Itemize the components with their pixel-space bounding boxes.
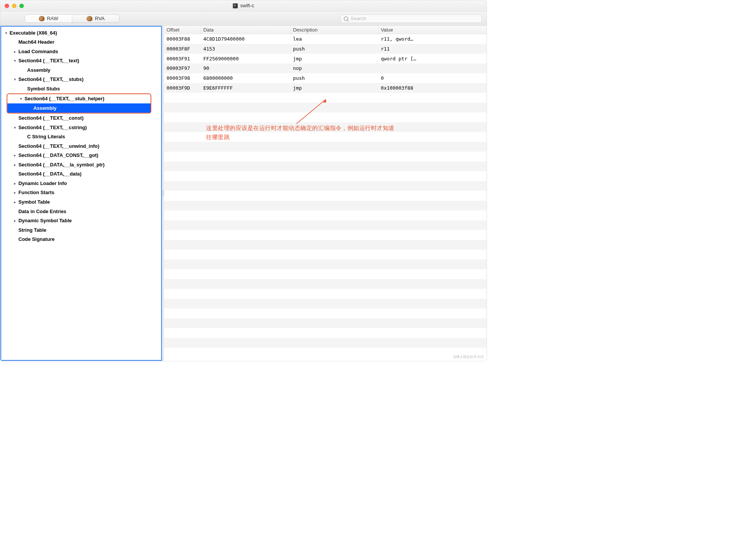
sidebar[interactable]: ▾ Executable (X86_64) ▸Mach64 Header▸Loa…: [0, 26, 162, 361]
sidebar-item-label: Section64 (__TEXT,__text): [18, 58, 79, 64]
close-icon[interactable]: [5, 3, 9, 8]
app-window: swift-c RAW RVA ▾ Executable (X86_64) ▸M…: [0, 0, 487, 361]
cell-data: 6800000000: [201, 75, 290, 81]
sidebar-item[interactable]: ▸Load Commands: [1, 47, 161, 56]
sidebar-item[interactable]: ▸C String Literals: [1, 132, 161, 142]
minimize-icon[interactable]: [12, 3, 17, 8]
sidebar-item[interactable]: ▾Section64 (__TEXT,__text): [1, 56, 161, 66]
cell-value: 0: [378, 75, 487, 81]
th-data[interactable]: Data: [201, 26, 290, 34]
table-row[interactable]: 00003F91FF2569000000jmpqword ptr […: [164, 54, 487, 63]
chevron-right-icon[interactable]: ▸: [13, 191, 17, 195]
cell-description: jmp: [290, 55, 331, 61]
table-row[interactable]: 00003F9790nop: [164, 63, 487, 73]
table-row: [164, 201, 487, 210]
sidebar-item[interactable]: ▸Section64 (__DATA_CONST,__got): [1, 151, 161, 160]
sidebar-item[interactable]: ▸Assembly: [7, 103, 151, 113]
sidebar-item-label: Assembly: [33, 105, 57, 111]
sidebar-item[interactable]: ▸Data in Code Entries: [1, 207, 161, 216]
sidebar-item-label: Section64 (__DATA_CONST,__got): [18, 153, 98, 158]
sidebar-item-label: Data in Code Entries: [18, 209, 66, 214]
th-description[interactable]: Description: [290, 26, 378, 34]
table-row: [164, 103, 487, 112]
table-row: [164, 122, 487, 132]
watermark: @稀土掘金技术社区: [453, 354, 484, 359]
cell-data: 4153: [201, 46, 290, 52]
sidebar-item-label: Load Commands: [18, 49, 58, 54]
sidebar-item[interactable]: ▸Section64 (__DATA,__data): [1, 169, 161, 179]
sidebar-item[interactable]: ▸Mach64 Header: [1, 38, 161, 47]
th-offset[interactable]: Offset: [164, 26, 201, 34]
sidebar-item[interactable]: ▸String Table: [1, 225, 161, 235]
sidebar-item[interactable]: ▸Assembly: [1, 65, 161, 75]
titlebar: swift-c: [0, 0, 487, 12]
sidebar-root[interactable]: ▾ Executable (X86_64): [1, 28, 161, 38]
table-row: [164, 152, 487, 161]
zoom-icon[interactable]: [19, 3, 24, 8]
main-panel: Offset Data Description Value 00003F884C…: [164, 26, 487, 361]
cell-data: FF2569000000: [201, 55, 290, 61]
terminal-icon: [233, 3, 238, 8]
table-row: [164, 142, 487, 152]
table-row[interactable]: 00003F986800000000push0: [164, 73, 487, 83]
window-traffic-lights: [5, 3, 24, 8]
table-row: [164, 161, 487, 171]
search-input[interactable]: [351, 16, 479, 21]
table-row: [164, 230, 487, 240]
sidebar-item[interactable]: ▸Dynamic Loader Info: [1, 179, 161, 188]
th-value[interactable]: Value: [378, 26, 487, 34]
sidebar-item-label: String Table: [18, 227, 46, 233]
table-body[interactable]: 00003F884C8D1D79400000lear11, qword…0000…: [164, 34, 487, 361]
sidebar-item[interactable]: ▾Section64 (__TEXT,__cstring): [1, 123, 161, 132]
table-row: [164, 308, 487, 318]
cow-icon: [87, 16, 92, 21]
toolbar: RAW RVA: [0, 11, 487, 25]
chevron-down-icon[interactable]: ▾: [13, 78, 17, 81]
table-row: [164, 338, 487, 348]
chevron-down-icon[interactable]: ▾: [13, 59, 17, 63]
sidebar-item-label: Symbol Table: [18, 199, 50, 205]
cell-offset: 00003F9D: [164, 85, 201, 91]
sidebar-item-label: Section64 (__TEXT,__stub_helper): [25, 96, 105, 102]
table-row[interactable]: 00003F9DE9E6FFFFFFjmp0x100003f88: [164, 83, 487, 93]
sidebar-item-label: Section64 (__TEXT,__const): [18, 115, 83, 121]
sidebar-item-label: Code Signature: [18, 236, 54, 242]
sidebar-item[interactable]: ▸Function Starts: [1, 188, 161, 198]
chevron-down-icon[interactable]: ▾: [19, 97, 24, 101]
cell-value: 0x100003f88: [378, 85, 487, 91]
sidebar-item-label: Function Starts: [18, 190, 54, 196]
sidebar-item-label: Section64 (__TEXT,__stubs): [18, 77, 83, 82]
chevron-right-icon[interactable]: ▸: [13, 200, 17, 204]
table-row: [164, 318, 487, 328]
sidebar-item[interactable]: ▸Dynamic Symbol Table: [1, 216, 161, 225]
tab-rva[interactable]: RVA: [72, 14, 119, 22]
cell-description: push: [290, 46, 331, 52]
chevron-down-icon[interactable]: ▾: [4, 31, 9, 35]
sidebar-item[interactable]: ▸Section64 (__TEXT,__unwind_info): [1, 141, 161, 151]
chevron-right-icon[interactable]: ▸: [13, 181, 17, 185]
tab-raw[interactable]: RAW: [25, 14, 72, 22]
sidebar-item[interactable]: ▸Code Signature: [1, 234, 161, 244]
body: ▾ Executable (X86_64) ▸Mach64 Header▸Loa…: [0, 26, 487, 361]
chevron-down-icon[interactable]: ▾: [13, 125, 17, 129]
sidebar-item[interactable]: ▾Section64 (__TEXT,__stubs): [1, 75, 161, 84]
cell-data: 90: [201, 65, 290, 71]
sidebar-item[interactable]: ▸Symbol Table: [1, 197, 161, 207]
cell-offset: 00003F91: [164, 55, 201, 61]
table-row[interactable]: 00003F8F4153pushr11: [164, 44, 487, 54]
search-field[interactable]: [341, 14, 482, 23]
search-icon: [344, 16, 348, 21]
sidebar-item[interactable]: ▾Section64 (__TEXT,__stub_helper): [7, 94, 151, 104]
chevron-right-icon[interactable]: ▸: [13, 163, 17, 166]
sidebar-item[interactable]: ▸Section64 (__DATA,__la_symbol_ptr): [1, 160, 161, 169]
sidebar-item[interactable]: ▸Section64 (__TEXT,__const): [1, 114, 161, 123]
chevron-right-icon[interactable]: ▸: [13, 153, 17, 157]
chevron-right-icon[interactable]: ▸: [13, 218, 17, 222]
cell-data: 4C8D1D79400000: [201, 36, 290, 42]
table-row[interactable]: 00003F884C8D1D79400000lear11, qword…: [164, 34, 487, 44]
sidebar-item-label: Assembly: [27, 67, 51, 73]
cell-value: r11, qword…: [378, 36, 487, 42]
sidebar-item[interactable]: ▸Symbol Stubs: [1, 84, 161, 93]
chevron-right-icon[interactable]: ▸: [13, 49, 17, 53]
sidebar-item-label: Section64 (__DATA,__la_symbol_ptr): [18, 162, 105, 168]
